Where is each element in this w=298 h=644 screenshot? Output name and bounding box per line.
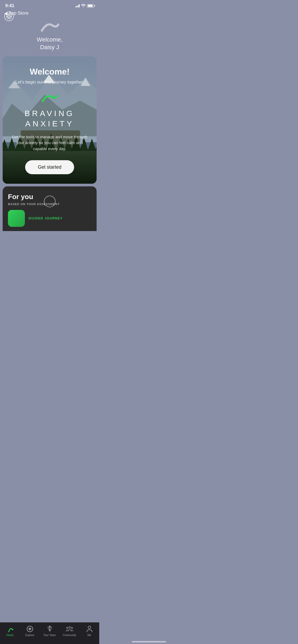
svg-point-1 xyxy=(8,15,10,17)
card-logo-area xyxy=(9,93,90,104)
help-icon[interactable] xyxy=(4,12,14,21)
logo-swoosh-green-icon xyxy=(40,93,59,104)
header-area: Welcome, Daisy J xyxy=(0,18,99,56)
logo-swoosh-gray-icon xyxy=(39,21,60,34)
for-you-section: For you BASED ON YOUR ASSESSMENT GUIDED … xyxy=(3,186,97,231)
guided-journey-icon xyxy=(8,210,25,227)
wifi-icon xyxy=(81,4,85,8)
app-logo-header xyxy=(0,21,99,34)
status-bar: 9:41 xyxy=(0,0,99,10)
app-name: BRAVING ANXIETY xyxy=(9,108,90,129)
signal-bars-icon xyxy=(75,4,80,7)
guided-journey-row[interactable]: GUIDED JOURNEY xyxy=(8,210,91,227)
card-description: Get the tools to manage and move through… xyxy=(9,134,90,152)
guided-journey-label: GUIDED JOURNEY xyxy=(29,217,63,220)
status-time: 9:41 xyxy=(5,3,14,8)
card-content: Welcome! Let's begin our first journey t… xyxy=(3,56,97,184)
card-title: Welcome! xyxy=(9,67,90,77)
card-subtitle: Let's begin our first journey together. xyxy=(9,79,90,85)
get-started-button[interactable]: Get started xyxy=(25,160,74,174)
lifesaver-icon xyxy=(6,13,12,19)
battery-icon xyxy=(87,4,94,8)
main-card: Welcome! Let's begin our first journey t… xyxy=(3,56,97,184)
welcome-greeting: Welcome, Daisy J xyxy=(0,36,99,51)
nav-back[interactable]: ◀ App Store xyxy=(0,10,99,18)
status-icons xyxy=(75,4,94,8)
touch-indicator xyxy=(44,196,56,207)
